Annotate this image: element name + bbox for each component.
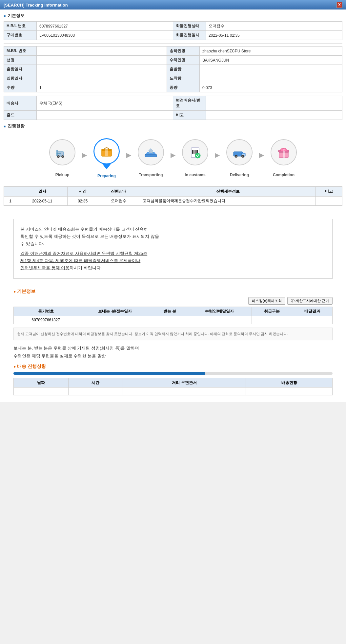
svg-point-29 [235,156,237,157]
notice-line1: 본 서비스인 인터넷 배송조회는 우편물의 배송상태를 고객이 신속히 [20,226,326,233]
svg-rect-20 [195,150,196,154]
main-content: 기본정보 H.B/L 번호 6078997661327 화물진행상태 오더접수 … [0,9,346,209]
consignee-label: 수하인명 [167,56,199,65]
vessel-value [37,56,167,65]
shipper-value: zhaozhu chenSZCPU Store [199,47,342,56]
step-pickup-circle [49,139,75,165]
progress-row: 1 2022-05-11 02:35 오더접수 고객님의물품이국제운송접수가완료… [4,197,342,206]
transfer-carrier-value [206,96,342,111]
svg-point-8 [58,156,59,157]
col-date: 일자 [17,187,68,197]
col-sender: 보내는 분/접수일자 [78,307,152,316]
detail-info-table: M.B/L 번호 송하인명 zhaozhu chenSZCPU Store 선명… [4,46,342,92]
step-transporting: Transporting [131,139,171,177]
notice-line3: 수 있습니다. [20,240,326,247]
quantity-value: 1 [37,83,167,92]
notice-box: 본 서비스인 인터넷 배송조회는 우편물의 배송상태를 고객이 신속히 확인할 … [13,219,333,279]
svg-rect-18 [194,150,194,154]
arrival-date-label: 입항일자 [4,74,37,83]
hbl-value: 6078997661327 [37,22,173,31]
cargo-time-value: 2022-05-11 02:35 [206,31,342,40]
row-detail: 고객님의물품이국제운송접수가완료되었습니다. [140,197,315,206]
progress-section-title: 진행현황 [4,123,342,129]
arrow-1: ▶ [82,151,87,159]
bottom-section: 기본정보 마스킹(●)해제조회 ⓘ 제한표시에대한 근거 등기번호 보내는 분/… [13,289,333,395]
step-transporting-label: Transporting [139,173,163,177]
tracking-num-cell: 6078997661327 [14,316,78,324]
step-completion: Completion [264,139,303,177]
arrival-date-value [37,74,167,83]
row-status: 오더접수 [98,197,140,206]
bottom-basic-info-title: 기본정보 [13,289,333,294]
row-time: 02:35 [68,197,98,206]
tracking-steps: Pick up ▶ [4,132,342,185]
svg-rect-12 [105,148,108,156]
result-cell [292,316,333,324]
step-delivering-circle [226,139,253,165]
cargo-status-value: 오더접수 [206,22,342,31]
col-result: 배달결과 [292,307,333,316]
hbl-label: H.B/L 번호 [4,22,37,31]
arrow-5: ▶ [259,151,264,159]
consignee-value: BAKSANGJUN [199,56,342,65]
tracking-window: [SEARCH] Tracking Information X 기본정보 H.B… [0,0,346,402]
order-label: 구매번호 [4,31,37,40]
step-completion-circle [271,139,297,165]
carrier-label: 배송사 [4,96,37,111]
svg-rect-13 [145,154,157,157]
col-status: 진행상태 [98,187,140,197]
step-in-customs: In customs [175,139,215,177]
arrow-3: ▶ [171,151,175,159]
delivery-status-title: 배송 진행상황 [13,364,333,369]
step-pickup: Pick up [43,139,82,177]
basic-info-section-title: 기본정보 [4,13,342,19]
handling-cell [252,316,292,324]
sender-cell [78,316,152,324]
delivery-date-cell [187,316,252,324]
receiver-cell [152,316,187,324]
action-buttons: 마스킹(●)해제조회 ⓘ 제한표시에대한 근거 [13,297,333,305]
svg-rect-5 [61,155,61,157]
bottom-basic-table: 등기번호 보내는 분/접수일자 받는 분 수령인/배달일자 취급구분 배달결과 … [13,307,333,324]
departure-date-value [37,65,167,74]
step-transporting-circle [138,139,164,165]
hold-value [37,111,173,120]
bottom-text-line1: 보내는 분, 받는 분은 우편물 상에 기재된 성명(회사명 등)을 말하며 [13,344,333,352]
bottom-table-row: 6078997661327 [14,316,333,324]
notice-line4: 각종 이해관계의 증거자료로 사용하시려면 우편법 시행규칙 제25조 [20,250,326,257]
svg-rect-17 [193,150,193,154]
notice-line6: 인터넷우체국을 통해 이용하시기 바랍니다. [20,264,326,272]
col-num [4,187,17,197]
mbl-value [37,47,167,56]
step-preparing-circle [93,138,120,164]
notice-underline-2: 제1항 제4호 다목, 제59조에 따른 배달증명서비스를 우체국이나 [20,258,140,263]
row-note [316,197,342,206]
bottom-text-line2: 수령인은 해당 우편물을 실제로 수령한 분을 말함 [13,352,333,360]
svg-rect-16 [192,150,193,154]
note-value [206,111,342,120]
departure-port-label: 출발항 [167,65,199,74]
svg-rect-2 [56,153,61,154]
weight-value: 0.073 [199,83,342,92]
carrier-table: 배송사 우체국(EMS) 변경배송사/번호 홀드 비고 [4,96,342,120]
order-value: LP00510130048303 [37,31,173,40]
svg-point-9 [62,156,63,157]
close-button[interactable]: X [336,2,342,8]
window-title: [SEARCH] Tracking Information [4,3,68,8]
col-note: 비고 [316,187,342,197]
hold-label: 홀드 [4,111,37,120]
step-pickup-label: Pick up [55,173,70,177]
svg-point-30 [242,156,243,157]
masking-button[interactable]: 마스킹(●)해제조회 [248,297,285,305]
step-in-customs-circle [182,139,208,165]
info-notice: 현재 고객님이 신청하신 접수번호에 대하여 배달정보를 찾지 못했습니다. 정… [13,328,333,341]
limit-button[interactable]: ⓘ 제한표시에대한 근거 [287,297,333,305]
basic-info-table: H.B/L 번호 6078997661327 화물진행상태 오더접수 구매번호 … [4,21,342,40]
row-num: 1 [4,197,17,206]
col-delivery-date: 수령인/배달일자 [187,307,252,316]
arrow-2: ▶ [126,151,131,159]
col-time: 시간 [68,187,98,197]
arrow-4: ▶ [215,151,220,159]
col-handling: 취급구분 [252,307,292,316]
shipper-label: 송하인명 [167,47,199,56]
